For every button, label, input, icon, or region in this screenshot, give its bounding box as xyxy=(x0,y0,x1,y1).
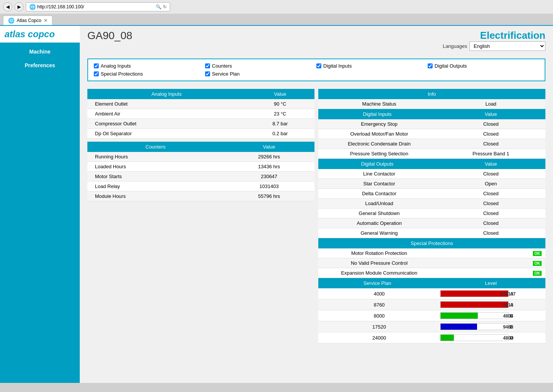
table-row: Emergency Stop Closed xyxy=(318,119,545,129)
automatic-operation-value: Closed xyxy=(436,218,545,228)
service-bar-4: 9460 xyxy=(440,323,509,330)
table-row: Pressure Setting Selection Pressure Band… xyxy=(318,149,545,159)
content-header: GA90_08 Electrification Languages Englis… xyxy=(80,26,553,55)
content-area: GA90_08 Electrification Languages Englis… xyxy=(80,26,553,383)
title-area: GA90_08 xyxy=(87,30,132,42)
service-bar-2: 5010 xyxy=(440,301,509,308)
line-contactor-label: Line Contactor xyxy=(318,169,436,179)
table-row: Line Contactor Closed xyxy=(318,169,545,179)
languages-row: Languages English Français Deutsch Españ… xyxy=(443,41,545,51)
table-row: 8760 5010 A xyxy=(318,299,545,310)
electronic-condensate-value: Closed xyxy=(436,139,545,149)
load-relay-label: Load Relay xyxy=(87,182,224,191)
counters-col-label: Counters xyxy=(87,142,224,152)
checkbox-analog-inputs-input[interactable] xyxy=(94,63,99,68)
browser-tab[interactable]: 🌐 Atlas Copco ✕ xyxy=(3,16,52,25)
pressure-setting-value: Pressure Band 1 xyxy=(436,149,545,159)
ok-badge: OK xyxy=(533,261,542,266)
url-input[interactable] xyxy=(37,4,154,9)
table-row: General Warning Closed xyxy=(318,228,545,238)
service-plan-threshold-1: 4000 xyxy=(318,288,436,299)
forward-button[interactable]: ▶ xyxy=(14,2,24,11)
table-row: 17520 9460 B xyxy=(318,321,545,332)
sidebar-item-preferences[interactable]: Preferences xyxy=(0,58,80,72)
service-plan-threshold-4: 17520 xyxy=(318,321,436,332)
checkbox-digital-outputs[interactable]: Digital Outputs xyxy=(428,63,539,69)
service-plan-threshold-2: 8760 xyxy=(318,299,436,310)
machine-status-row: Machine Status Load xyxy=(318,99,545,109)
tab-title: Atlas Copco xyxy=(17,18,41,23)
checkbox-digital-inputs[interactable]: Digital Inputs xyxy=(316,63,428,69)
checkbox-counters-label: Counters xyxy=(212,63,232,69)
load-unload-label: Load/Unload xyxy=(318,199,436,209)
ambient-air-label: Ambient Air xyxy=(87,109,246,119)
checkbox-counters-input[interactable] xyxy=(205,63,210,68)
checkbox-counters[interactable]: Counters xyxy=(205,63,316,69)
line-contactor-value: Closed xyxy=(436,169,545,179)
tab-close-button[interactable]: ✕ xyxy=(44,18,47,23)
checkbox-digital-outputs-input[interactable] xyxy=(428,63,433,68)
counters-table: Counters Value Running Hours 29266 hrs L… xyxy=(87,142,314,201)
back-button[interactable]: ◀ xyxy=(3,2,12,11)
delta-contactor-label: Delta Contactor xyxy=(318,189,436,199)
digital-outputs-value-header: Value xyxy=(436,159,545,169)
service-plan-threshold-5: 24000 xyxy=(318,332,436,343)
checkbox-special-protections[interactable]: Special Protections xyxy=(94,71,205,77)
automatic-operation-label: Automatic Operation xyxy=(318,218,436,228)
main-layout: atlas copco Machine Preferences GA90_08 … xyxy=(0,26,553,383)
browser-chrome: ◀ ▶ 🌐 🔍 ↻ xyxy=(0,0,553,14)
language-select[interactable]: English Français Deutsch Español xyxy=(469,41,545,51)
table-row: Automatic Operation Closed xyxy=(318,218,545,228)
service-plan-header-row: Service Plan Level xyxy=(318,278,545,289)
logo-text: atlas copco xyxy=(5,29,55,40)
machine-status-value: Load xyxy=(436,99,545,109)
analog-inputs-col-label: Analog Inputs xyxy=(87,89,246,99)
expansion-module-label: Expansion Module Communication xyxy=(318,268,436,278)
checkbox-analog-inputs[interactable]: Analog Inputs xyxy=(94,63,205,69)
info-header-row: Info xyxy=(318,89,545,99)
counters-header: Counters Value xyxy=(87,142,314,152)
general-warning-label: General Warning xyxy=(318,228,436,238)
electrification-text: Electrification xyxy=(443,30,545,41)
digital-inputs-header-row: Digital Inputs Value xyxy=(318,109,545,120)
expansion-module-value: OK xyxy=(436,268,545,278)
checkbox-service-plan-input[interactable] xyxy=(205,71,210,76)
table-row: 8000 4804 B xyxy=(318,310,545,321)
page-title: GA90_08 xyxy=(87,30,132,42)
dp-oil-separator-label: Dp Oil Separator xyxy=(87,129,246,139)
ok-badge: OK xyxy=(533,271,542,276)
electronic-condensate-label: Electronic Condensate Drain xyxy=(318,139,436,149)
pressure-setting-label: Pressure Setting Selection xyxy=(318,149,436,159)
service-plan-bar-cell-4: 9460 B xyxy=(436,321,545,332)
checkboxes-panel: Analog Inputs Counters Digital Inputs Di… xyxy=(87,58,545,81)
loaded-hours-label: Loaded Hours xyxy=(87,162,224,172)
checkbox-special-protections-label: Special Protections xyxy=(101,71,143,77)
service-plan-threshold-3: 8000 xyxy=(318,310,436,321)
checkbox-service-plan[interactable]: Service Plan xyxy=(205,71,316,77)
digital-outputs-header-row: Digital Outputs Value xyxy=(318,159,545,169)
general-warning-value: Closed xyxy=(436,228,545,238)
table-row: Load/Unload Closed xyxy=(318,199,545,209)
search-icon: 🔍 xyxy=(156,4,161,9)
analog-inputs-header: Analog Inputs Value xyxy=(87,89,314,99)
checkbox-special-protections-input[interactable] xyxy=(94,71,99,76)
analog-inputs-table: Analog Inputs Value Element Outlet 90 °C… xyxy=(87,89,314,139)
general-shutdown-value: Closed xyxy=(436,209,545,218)
table-row: Ambient Air 23 °C xyxy=(87,109,314,119)
checkbox-digital-inputs-input[interactable] xyxy=(316,63,321,68)
info-header: Info xyxy=(318,89,545,99)
star-contactor-value: Open xyxy=(436,179,545,189)
table-row: Loaded Hours 13436 hrs xyxy=(87,162,314,172)
no-valid-pressure-value: OK xyxy=(436,258,545,268)
dp-oil-separator-value: 0.2 bar xyxy=(246,129,314,139)
service-plan-bar-cell-1: 375197 A xyxy=(436,288,545,299)
refresh-icon[interactable]: ↻ xyxy=(163,4,167,9)
table-row: Overload Motor/Fan Motor Closed xyxy=(318,129,545,139)
counters-col-value: Value xyxy=(224,142,314,152)
special-protections-header: Special Protections xyxy=(318,238,545,249)
table-row: No Valid Pressure Control OK xyxy=(318,258,545,268)
tab-bar: 🌐 Atlas Copco ✕ xyxy=(0,14,553,26)
element-outlet-value: 90 °C xyxy=(246,99,314,109)
sidebar-item-machine[interactable]: Machine xyxy=(0,45,80,58)
address-bar[interactable]: 🌐 🔍 ↻ xyxy=(26,2,170,11)
